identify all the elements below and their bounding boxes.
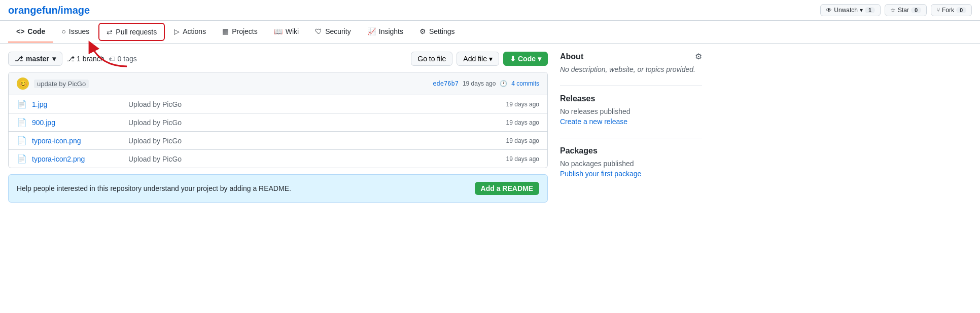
top-bar-right: 👁 Unwatch ▾ 1 ☆ Star 0 ⑂ Fork 0 bbox=[820, 4, 972, 16]
file-date: 19 days ago bbox=[506, 119, 539, 126]
tab-actions[interactable]: ▷ Actions bbox=[166, 21, 214, 43]
chevron-down-icon: ▾ bbox=[52, 55, 56, 63]
commit-meta: ede76b7 19 days ago 🕐 4 commits bbox=[433, 80, 539, 87]
publish-package-link[interactable]: Publish your first package bbox=[560, 170, 702, 178]
fork-button[interactable]: ⑂ Fork 0 bbox=[931, 4, 972, 16]
file-name[interactable]: 1.jpg bbox=[32, 100, 123, 108]
watch-label: Unwatch bbox=[834, 7, 858, 14]
tab-actions-label: Actions bbox=[183, 27, 206, 35]
table-row: 📄 typora-icon2.png Upload by PicGo 19 da… bbox=[9, 150, 547, 168]
nav-tabs: <> Code ○ Issues ⇄ Pull requests ▷ Actio… bbox=[0, 21, 980, 44]
tab-settings[interactable]: ⚙ Settings bbox=[411, 21, 463, 43]
commit-header: 😊 update by PicGo ede76b7 19 days ago 🕐 … bbox=[9, 72, 547, 95]
about-desc: No description, website, or topics provi… bbox=[560, 65, 702, 73]
file-rows: 📄 1.jpg Upload by PicGo 19 days ago 📄 90… bbox=[9, 95, 547, 168]
file-commit-msg: Upload by PicGo bbox=[128, 155, 501, 163]
table-row: 📄 typora-icon.png Upload by PicGo 19 day… bbox=[9, 132, 547, 150]
readme-box: Help people interested in this repositor… bbox=[8, 174, 548, 203]
commit-hash[interactable]: ede76b7 bbox=[433, 80, 459, 87]
divider-2 bbox=[560, 138, 702, 138]
star-button[interactable]: ☆ Star 0 bbox=[885, 4, 927, 16]
code-dropdown-button[interactable]: ⬇ Code ▾ bbox=[503, 52, 548, 66]
code-btn-label: Code bbox=[518, 55, 536, 63]
repo-content: ⎇ master ▾ ⎇ 1 branch 🏷 0 tags Go to fil… bbox=[8, 52, 548, 203]
branch-label: branch bbox=[83, 55, 104, 63]
tab-projects[interactable]: ▦ Projects bbox=[214, 21, 266, 43]
tab-wiki-label: Wiki bbox=[286, 27, 299, 35]
tab-pull-requests-label: Pull requests bbox=[116, 28, 157, 36]
tab-issues[interactable]: ○ Issues bbox=[53, 21, 97, 43]
file-date: 19 days ago bbox=[506, 137, 539, 144]
gear-icon[interactable]: ⚙ bbox=[695, 52, 702, 61]
commit-message: update by PicGo bbox=[34, 80, 428, 88]
commit-time: 19 days ago bbox=[463, 80, 496, 87]
star-label: Star bbox=[898, 7, 909, 14]
file-icon: 📄 bbox=[17, 99, 27, 109]
packages-title: Packages bbox=[560, 146, 598, 155]
readme-suggestion-text: Help people interested in this repositor… bbox=[17, 184, 291, 192]
commits-link[interactable]: 4 commits bbox=[511, 80, 539, 87]
add-file-label: Add file bbox=[463, 55, 487, 63]
tag-label: tags bbox=[123, 55, 136, 63]
tab-insights-label: Insights bbox=[379, 27, 403, 35]
releases-title: Releases bbox=[560, 94, 595, 103]
create-release-link[interactable]: Create a new release bbox=[560, 118, 702, 126]
file-icon: 📄 bbox=[17, 154, 27, 164]
file-table: 😊 update by PicGo ede76b7 19 days ago 🕐 … bbox=[8, 72, 548, 168]
add-readme-button[interactable]: Add a README bbox=[475, 182, 539, 195]
about-header: About ⚙ bbox=[560, 52, 702, 61]
table-row: 📄 1.jpg Upload by PicGo 19 days ago bbox=[9, 95, 547, 113]
tag-icon-symbol: 🏷 bbox=[109, 55, 116, 63]
pull-requests-icon: ⇄ bbox=[107, 28, 113, 36]
main-content: ⎇ master ▾ ⎇ 1 branch 🏷 0 tags Go to fil… bbox=[0, 44, 710, 211]
tab-issues-label: Issues bbox=[69, 27, 89, 35]
file-name[interactable]: 900.jpg bbox=[32, 119, 123, 127]
tab-settings-label: Settings bbox=[429, 27, 455, 35]
history-icon: 🕐 bbox=[500, 80, 507, 87]
tab-projects-label: Projects bbox=[232, 27, 258, 35]
chevron-down-icon: ▾ bbox=[538, 55, 541, 63]
wiki-icon: 📖 bbox=[274, 27, 283, 35]
tag-count: 0 bbox=[118, 55, 122, 63]
download-icon: ⬇ bbox=[510, 55, 516, 63]
branch-count: 1 bbox=[77, 55, 81, 63]
tab-insights[interactable]: 📈 Insights bbox=[359, 21, 411, 43]
packages-section: Packages No packages published Publish y… bbox=[560, 146, 702, 178]
file-name[interactable]: typora-icon2.png bbox=[32, 155, 123, 163]
table-row: 📄 900.jpg Upload by PicGo 19 days ago bbox=[9, 113, 547, 132]
branch-icon: ⎇ bbox=[15, 55, 23, 63]
branch-name: master bbox=[26, 55, 49, 63]
issues-icon: ○ bbox=[61, 27, 65, 35]
tab-wiki[interactable]: 📖 Wiki bbox=[266, 21, 307, 43]
packages-header: Packages bbox=[560, 146, 702, 155]
releases-none: No releases published bbox=[560, 107, 702, 115]
eye-icon: 👁 bbox=[826, 7, 832, 14]
fork-icon: ⑂ bbox=[936, 7, 940, 14]
avatar: 😊 bbox=[17, 77, 29, 90]
code-icon: <> bbox=[16, 27, 24, 35]
file-date: 19 days ago bbox=[506, 101, 539, 108]
star-count: 0 bbox=[911, 7, 921, 13]
watch-button[interactable]: 👁 Unwatch ▾ 1 bbox=[820, 4, 881, 16]
branch-fork-icon: ⎇ bbox=[66, 55, 75, 63]
sidebar: About ⚙ No description, website, or topi… bbox=[560, 52, 702, 203]
file-name[interactable]: typora-icon.png bbox=[32, 137, 123, 145]
go-to-file-button[interactable]: Go to file bbox=[411, 52, 452, 66]
watch-count: 1 bbox=[865, 7, 875, 13]
star-icon: ☆ bbox=[890, 7, 896, 14]
nav-container: <> Code ○ Issues ⇄ Pull requests ▷ Actio… bbox=[0, 21, 980, 44]
settings-icon: ⚙ bbox=[419, 27, 426, 35]
fork-count: 0 bbox=[956, 7, 966, 13]
tab-pull-requests[interactable]: ⇄ Pull requests bbox=[98, 23, 165, 41]
file-commit-msg: Upload by PicGo bbox=[128, 119, 501, 127]
chevron-down-icon: ▾ bbox=[489, 55, 493, 63]
branch-count-tag[interactable]: ⎇ 1 branch bbox=[66, 55, 104, 63]
repo-title[interactable]: orangefun/image bbox=[8, 5, 90, 16]
branch-selector[interactable]: ⎇ master ▾ bbox=[8, 52, 62, 66]
tag-count-tag[interactable]: 🏷 0 tags bbox=[109, 55, 137, 63]
packages-none: No packages published bbox=[560, 160, 702, 168]
tab-code[interactable]: <> Code bbox=[8, 21, 53, 43]
add-file-button[interactable]: Add file ▾ bbox=[457, 52, 499, 66]
divider-1 bbox=[560, 86, 702, 86]
tab-security[interactable]: 🛡 Security bbox=[307, 21, 359, 43]
